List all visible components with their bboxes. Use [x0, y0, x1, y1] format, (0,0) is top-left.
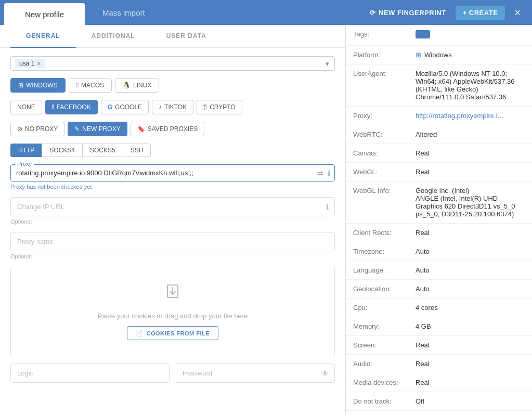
os-button-linux[interactable]: 🐧 LINUX — [115, 78, 159, 93]
info-value: Off — [408, 392, 532, 411]
table-row: WebRTC: Altered — [346, 125, 532, 144]
social-none-button[interactable]: NONE — [10, 100, 42, 114]
new-proxy-button[interactable]: ✎ NEW PROXY — [68, 122, 127, 136]
header-spacer — [161, 0, 358, 25]
os-button-windows[interactable]: ⊞ WINDOWS — [10, 78, 66, 93]
info-value: Mozilla/5.0 (Windows NT 10.0; Win64; x64… — [408, 64, 532, 107]
proxy-name-input[interactable] — [11, 232, 334, 251]
tag-usa1[interactable]: usa 1 ✕ — [15, 59, 45, 68]
info-value: Real — [408, 224, 532, 242]
proxy-input-wrap: Proxy ⇄ ℹ — [10, 164, 335, 181]
table-row: Media devices: Real — [346, 373, 532, 392]
os-linux-label: LINUX — [133, 82, 151, 89]
proxy-input-actions: ⇄ ℹ — [317, 169, 330, 177]
table-row: Audio: Real — [346, 355, 532, 373]
info-label: Timezone: — [346, 242, 408, 261]
social-crypto-button[interactable]: ₿ CRYPTO — [197, 100, 242, 114]
password-wrap: 👁 — [176, 364, 335, 383]
os-button-macos[interactable]:  MACOS — [69, 78, 112, 93]
info-value: Altered — [408, 125, 532, 144]
google-icon: G — [108, 103, 112, 111]
proxy-input[interactable] — [16, 169, 298, 177]
info-label: Client Rects: — [346, 224, 408, 242]
info-label: WebGL Info: — [346, 181, 408, 224]
info-value: Real — [408, 355, 532, 373]
login-password-row: 👁 — [10, 364, 335, 385]
os-macos-label: MACOS — [81, 82, 104, 89]
info-label: Platform: — [346, 46, 408, 64]
info-table: Tags: Platform: ⊞ Windows UserAge — [346, 25, 532, 411]
saved-proxies-label: SAVED PROXIES — [148, 125, 198, 133]
proxy-info-icon[interactable]: ℹ — [328, 169, 330, 177]
tab-new-profile[interactable]: New profile — [4, 3, 85, 25]
no-proxy-button[interactable]: ⊘ NO PROXY — [10, 122, 64, 136]
tab-mass-import[interactable]: Mass import — [87, 0, 161, 25]
info-label: Do not track: — [346, 392, 408, 411]
social-google-button[interactable]: G GOOGLE — [101, 100, 149, 114]
proxy-name-wrap — [10, 232, 335, 251]
change-ip-url-info-icon[interactable]: ℹ — [326, 202, 329, 212]
password-input[interactable] — [176, 364, 334, 382]
proxy-type-tabs: HTTP SOCKS4 SOCKS5 SSH — [10, 144, 335, 157]
tab-general[interactable]: GENERAL — [10, 25, 76, 48]
new-fingerprint-button[interactable]: ⟳ NEW FINGERPRINT — [365, 6, 451, 20]
proxy-socks4-tab[interactable]: SOCKS4 — [42, 144, 82, 157]
login-input[interactable] — [11, 364, 169, 382]
close-button[interactable]: × — [509, 7, 526, 19]
os-windows-label: WINDOWS — [26, 82, 58, 89]
change-ip-url-input[interactable] — [11, 198, 334, 216]
tag-dropdown-arrow-icon[interactable]: ▾ — [326, 60, 329, 68]
proxy-swap-icon[interactable]: ⇄ — [317, 169, 323, 177]
info-value: 4 GB — [408, 317, 532, 336]
proxy-ssh-tab[interactable]: SSH — [123, 144, 151, 157]
info-label: Canvas: — [346, 144, 408, 163]
windows-icon: ⊞ — [18, 82, 23, 89]
info-value: http://rotating.proxyempire.i... — [408, 107, 532, 125]
create-button[interactable]: + CREATE — [456, 6, 505, 20]
table-row: WebGL Info: Google Inc. (Intel) ANGLE (I… — [346, 181, 532, 224]
cookies-from-file-label: COOKIES FROM FILE — [146, 330, 210, 336]
proxy-mode-buttons: ⊘ NO PROXY ✎ NEW PROXY 🔖 SAVED PROXIES — [10, 122, 335, 136]
cookie-drop-area[interactable]: Paste your cookies or drag and drop your… — [10, 267, 335, 356]
tab-user-data[interactable]: USER DATA — [151, 25, 222, 48]
header: New profile Mass import ⟳ NEW FINGERPRIN… — [0, 0, 532, 25]
social-facebook-button[interactable]: f FACEBOOK — [45, 100, 98, 114]
cookies-from-file-button[interactable]: 📄 COOKIES FROM FILE — [127, 326, 218, 340]
cookie-drop-text: Paste your cookies or drag and drop your… — [98, 312, 248, 320]
info-value: Auto — [408, 261, 532, 280]
table-row: Platform: ⊞ Windows — [346, 46, 532, 64]
new-proxy-label: NEW PROXY — [82, 125, 120, 133]
table-row: UserAgent: Mozilla/5.0 (Windows NT 10.0;… — [346, 64, 532, 107]
info-label: Memory: — [346, 317, 408, 336]
right-panel: Tags: Platform: ⊞ Windows UserAge — [346, 25, 532, 415]
content-area: usa 1 ✕ ▾ ⊞ WINDOWS  MACOS 🐧 LINUX — [0, 48, 345, 415]
info-label: Media devices: — [346, 373, 408, 392]
info-label: WebGL: — [346, 163, 408, 181]
info-value: Real — [408, 163, 532, 181]
windows-logo-icon: ⊞ — [416, 51, 421, 59]
main-layout: GENERAL ADDITIONAL USER DATA usa 1 ✕ ▾ ⊞… — [0, 25, 532, 415]
tag-remove-icon[interactable]: ✕ — [36, 60, 41, 67]
info-label: Cpu: — [346, 299, 408, 317]
social-tiktok-button[interactable]: ♪ TIKTOK — [152, 100, 193, 114]
info-label: UserAgent: — [346, 64, 408, 107]
info-label: Tags: — [346, 25, 408, 46]
proxy-http-tab[interactable]: HTTP — [10, 144, 42, 157]
social-facebook-label: FACEBOOK — [57, 103, 91, 111]
info-label: Proxy: — [346, 107, 408, 125]
table-row: Client Rects: Real — [346, 224, 532, 242]
tag-row[interactable]: usa 1 ✕ ▾ — [10, 56, 335, 71]
proxy-socks5-tab[interactable]: SOCKS5 — [82, 144, 123, 157]
table-row: Do not track: Off — [346, 392, 532, 411]
info-label: Screen: — [346, 336, 408, 355]
info-value: Auto — [408, 242, 532, 261]
table-row: Canvas: Real — [346, 144, 532, 163]
social-crypto-label: CRYPTO — [210, 103, 236, 111]
tag-label: usa 1 — [19, 60, 34, 67]
password-show-icon[interactable]: 👁 — [321, 369, 329, 378]
tiktok-icon: ♪ — [159, 103, 162, 111]
tab-additional[interactable]: ADDITIONAL — [76, 25, 151, 48]
new-proxy-icon: ✎ — [74, 125, 80, 133]
proxy-hint: Proxy has not been checked yet — [10, 184, 335, 190]
saved-proxies-button[interactable]: 🔖 SAVED PROXIES — [131, 122, 204, 136]
